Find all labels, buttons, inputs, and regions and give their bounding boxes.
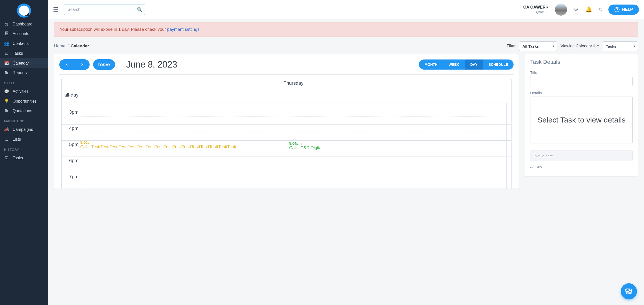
hour-row-7pm[interactable]: 7pm [62, 173, 511, 189]
panel-title: Task Details [530, 59, 633, 65]
logout-icon[interactable]: ⎋ [599, 6, 602, 13]
sidebar-item-calendar[interactable]: 📅 Calendar [0, 58, 48, 68]
sidebar-item-label: Tasks [13, 156, 23, 160]
help-icon: ? [614, 7, 620, 12]
hour-row-3pm[interactable]: 3pm [62, 108, 511, 125]
subscription-alert: Your subscription will expire in 1 day. … [54, 22, 638, 37]
file-icon: 🗎 [4, 109, 9, 113]
hour-row-6pm[interactable]: 6pm [62, 157, 511, 173]
payment-settings-link[interactable]: payment settings [167, 27, 200, 32]
sidebar-item-tasks[interactable]: ☑ Tasks [0, 48, 48, 58]
viewing-select[interactable]: Tasks ▾ [603, 41, 638, 51]
filter-controls: Filter All Tasks ▾ Viewing Calendar for:… [507, 41, 638, 51]
avatar[interactable] [555, 4, 567, 16]
sidebar-item-dashboard[interactable]: ◷ Dashboard [0, 19, 48, 29]
view-switch: MONTH WEEK DAY SCHEDULE [419, 59, 514, 70]
calendar-grid: Thursday all-day [61, 79, 512, 189]
title-field[interactable] [530, 76, 633, 86]
chat-icon [625, 287, 633, 296]
search-icon[interactable]: 🔍 [137, 7, 142, 12]
hour-row[interactable] [62, 103, 511, 108]
viewing-label: Viewing Calendar for: [560, 44, 599, 48]
check-square-icon: ☑ [4, 156, 9, 160]
task-details-panel: Task Details Title Details Select Task t… [525, 54, 638, 177]
view-schedule[interactable]: SCHEDULE [483, 59, 514, 70]
filter-select[interactable]: All Tasks ▾ [519, 41, 557, 51]
breadcrumb-home[interactable]: Home [54, 44, 65, 49]
sidebar-section-sales: SALES [0, 78, 48, 86]
sidebar-item-lists[interactable]: ≣ Lists [0, 134, 48, 144]
sidebar-item-quotations[interactable]: 🗎 Quotations [0, 106, 48, 116]
sidebar-item-reports[interactable]: 🗎 Reports [0, 68, 48, 78]
date-value: Invalid date [533, 154, 553, 158]
today-button[interactable]: TODAY [93, 59, 115, 70]
calendar-icon: 📅 [4, 61, 9, 66]
sidebar-item-label: Activities [13, 89, 29, 94]
all-day-row[interactable]: all-day [62, 87, 511, 103]
calendar-title: June 8, 2023 [126, 59, 177, 70]
comments-icon: 💬 [4, 89, 9, 94]
menu-toggle-icon[interactable]: ☰ [53, 6, 59, 13]
sidebar-item-label: Opportunities [13, 99, 37, 104]
sidebar-item-label: Quotations [13, 109, 32, 113]
view-day[interactable]: DAY [465, 59, 483, 70]
bullhorn-icon: 📣 [4, 127, 9, 132]
nav-arrows [59, 59, 90, 70]
hour-label: 6pm [62, 157, 80, 173]
breadcrumb: Home / Calendar [54, 44, 89, 49]
lightbulb-icon: 💡 [4, 99, 9, 104]
event-call-testt[interactable]: 5:00pm Call - TesttTesttTesttTesttTesttT… [80, 141, 236, 149]
topbar-right: QA QAWERK QAwerk ⚙ 🔔 ⎋ ? HELP [523, 4, 639, 16]
sidebar-item-contacts[interactable]: 👥 Contacts [0, 39, 48, 48]
help-label: HELP [622, 7, 633, 12]
details-label: Details [530, 91, 633, 95]
user-org: QAwerk [523, 10, 548, 14]
date-field[interactable]: Invalid date [530, 150, 633, 161]
topbar: ☰ 🔍 QA QAWERK QAwerk ⚙ 🔔 ⎋ ? HELP [48, 0, 644, 19]
view-week[interactable]: WEEK [443, 59, 465, 70]
sidebar-item-label: Dashboard [13, 22, 32, 26]
page-headrow: Home / Calendar Filter All Tasks ▾ Viewi… [54, 41, 638, 51]
next-button[interactable] [74, 59, 90, 70]
main-column: ☰ 🔍 QA QAWERK QAwerk ⚙ 🔔 ⎋ ? HELP [48, 0, 644, 305]
divider [59, 74, 514, 75]
app-logo [0, 0, 48, 19]
sidebar-item-activities[interactable]: 💬 Activities [0, 86, 48, 96]
sidebar-item-label: Calendar [13, 61, 29, 66]
chevron-down-icon: ▾ [634, 44, 635, 48]
users-icon: 👥 [4, 41, 9, 46]
sidebar-item-label: Campaigns [13, 127, 33, 132]
file-chart-icon: 🗎 [4, 71, 9, 75]
prev-button[interactable] [59, 59, 74, 70]
hour-label: 4pm [62, 125, 80, 140]
sidebar-item-history-tasks[interactable]: ☑ Tasks [0, 153, 48, 163]
details-placeholder-text: Select Task to view details [537, 116, 626, 124]
check-square-icon: ☑ [4, 51, 9, 56]
event-title: Call - TesttTesttTesttTesttTesttTesttTes… [80, 144, 236, 149]
search-input[interactable] [64, 4, 145, 15]
user-block[interactable]: QA QAWERK QAwerk [523, 5, 548, 14]
sidebar-item-accounts[interactable]: 🗄 Accounts [0, 29, 48, 39]
view-month[interactable]: MONTH [419, 59, 443, 70]
calendar-scroll[interactable]: 3pm 4pm 5pm 6pm [62, 103, 511, 189]
help-button[interactable]: ? HELP [608, 5, 639, 15]
hour-label: 3pm [62, 108, 80, 124]
sidebar-item-label: Tasks [13, 51, 23, 56]
sidebar-item-label: Accounts [13, 32, 29, 36]
calendar-header: TODAY June 8, 2023 MONTH WEEK DAY SCHEDU… [59, 59, 514, 74]
sidebar-item-campaigns[interactable]: 📣 Campaigns [0, 125, 48, 134]
chat-bubble[interactable] [621, 283, 637, 299]
search-group: 🔍 [64, 4, 145, 15]
filter-label: Filter [507, 44, 516, 48]
hour-row-4pm[interactable]: 4pm [62, 125, 511, 141]
details-placeholder: Select Task to view details [530, 97, 633, 143]
title-label: Title [530, 70, 633, 75]
event-call-cd-digital[interactable]: 5:04pm Call - C&D Digital [289, 142, 323, 150]
sidebar-item-opportunities[interactable]: 💡 Opportunities [0, 96, 48, 106]
filter-value: All Tasks [522, 44, 539, 48]
sidebar-section-marketing: MARKETING [0, 116, 48, 125]
hour-label: 5pm [62, 141, 80, 157]
bell-icon[interactable]: 🔔 [585, 6, 592, 13]
gear-icon[interactable]: ⚙ [574, 6, 579, 13]
sidebar-item-label: Reports [13, 71, 27, 75]
